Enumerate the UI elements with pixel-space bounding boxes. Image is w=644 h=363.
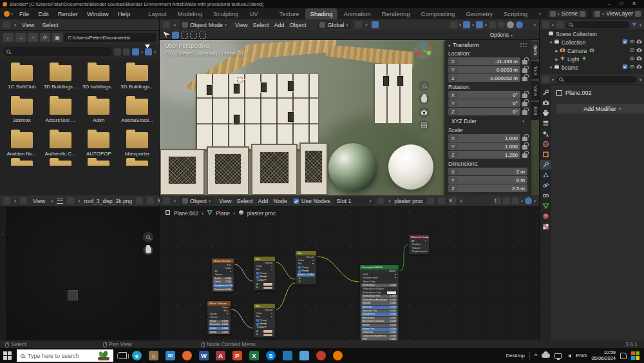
node-enum-color[interactable]: Color▾ bbox=[255, 312, 274, 315]
taskbar-icon-microsoft-edge[interactable]: e bbox=[132, 351, 142, 360]
overlay-icon[interactable] bbox=[512, 197, 519, 204]
node-header[interactable]: Wave Texture bbox=[207, 301, 231, 306]
number-field-y[interactable]: Y0° bbox=[448, 99, 520, 107]
camera-view-icon[interactable] bbox=[419, 107, 430, 118]
lock-icon[interactable] bbox=[522, 68, 527, 73]
expand-icon[interactable]: ▶ bbox=[554, 57, 560, 61]
input-socket[interactable] bbox=[253, 334, 254, 336]
lock-icon[interactable] bbox=[522, 137, 527, 141]
taskbar-icon-excel[interactable]: X bbox=[249, 351, 259, 360]
node-enum-mix[interactable]: Mix▾ bbox=[255, 268, 274, 271]
node-checkbox-clamp-result[interactable]: Clamp Result bbox=[255, 319, 274, 322]
node-header[interactable]: Principled BSDF bbox=[360, 265, 399, 270]
file-browser-select-menu[interactable]: Select bbox=[40, 21, 60, 29]
shading-solid-icon[interactable] bbox=[507, 21, 514, 28]
menu-help[interactable]: Help bbox=[114, 9, 135, 19]
outliner-search-input[interactable] bbox=[566, 21, 629, 28]
editor-type-icon[interactable] bbox=[542, 76, 549, 83]
use-nodes-checkbox[interactable]: Use Nodes bbox=[293, 198, 330, 204]
input-socket[interactable] bbox=[359, 295, 361, 297]
pan-hand-icon[interactable] bbox=[419, 93, 430, 104]
onedrive-icon[interactable] bbox=[542, 353, 550, 358]
shading-material-icon[interactable] bbox=[516, 21, 523, 28]
input-socket[interactable] bbox=[211, 274, 213, 276]
input-socket[interactable] bbox=[359, 288, 361, 290]
visibility-icon[interactable] bbox=[450, 21, 457, 28]
output-socket[interactable] bbox=[316, 256, 317, 258]
input-socket[interactable] bbox=[211, 289, 213, 291]
outliner-item-collection[interactable]: ▼Collection bbox=[540, 38, 644, 46]
input-socket[interactable] bbox=[211, 282, 213, 284]
minimize-button[interactable]: – bbox=[608, 1, 611, 6]
tray-expand-icon[interactable]: ^ bbox=[535, 353, 537, 359]
input-socket[interactable] bbox=[211, 278, 213, 280]
orientation-selector[interactable]: Global▾ bbox=[317, 21, 350, 29]
node-header[interactable]: Mix bbox=[254, 304, 275, 308]
output-socket[interactable] bbox=[398, 270, 399, 272]
node-enum-mix[interactable]: Mix▾ bbox=[297, 262, 315, 266]
node-slider-sheen[interactable]: Sheen0.000 bbox=[361, 324, 397, 327]
unlink-icon[interactable]: × bbox=[449, 197, 456, 204]
input-socket[interactable] bbox=[408, 244, 410, 246]
display-detail-button[interactable] bbox=[123, 48, 130, 55]
snap-magnet-icon[interactable] bbox=[355, 21, 362, 28]
viewport-menu-view[interactable]: View bbox=[233, 21, 249, 29]
object-breadcrumb[interactable]: Plane.002 bbox=[565, 90, 592, 96]
node-wave-texture[interactable]: Wave TextureColorFacBands▾VectorScale5.0… bbox=[207, 300, 231, 335]
input-socket[interactable] bbox=[253, 280, 254, 282]
material-icon[interactable] bbox=[377, 197, 384, 204]
number-field-y[interactable]: Y0 m bbox=[448, 176, 527, 184]
node-color-a[interactable]: A bbox=[255, 330, 274, 333]
node-slider-specular[interactable]: Specular0.500 bbox=[361, 306, 397, 309]
color-swatch[interactable] bbox=[387, 291, 396, 294]
shader-type-selector[interactable]: Object▾ bbox=[180, 197, 213, 205]
node-link[interactable] bbox=[317, 257, 359, 282]
folder-item[interactable]: AdobeStock... bbox=[118, 96, 156, 123]
desktop-label[interactable]: Desktop bbox=[506, 353, 525, 358]
node-slider-scale[interactable]: Scale5.000 bbox=[213, 277, 232, 280]
snap-icon[interactable] bbox=[503, 197, 510, 204]
image-canvas[interactable]: › bbox=[0, 206, 159, 340]
node-slider-sheen-tint[interactable]: Sheen Tint0.500 bbox=[361, 328, 397, 331]
number-field-y[interactable]: Y1.000 bbox=[448, 142, 520, 150]
workspace-tab-shading[interactable]: Shading bbox=[305, 8, 338, 19]
display-mode-icon[interactable] bbox=[556, 21, 564, 28]
breadcrumb-item[interactable]: Plane bbox=[216, 210, 230, 217]
node-enum-mix[interactable]: Mix▾ bbox=[255, 315, 274, 319]
node-mix[interactable]: MixResultColor▾Mix▾Clamp ResultClamp Fac… bbox=[295, 250, 317, 285]
menu-window[interactable]: Window bbox=[83, 9, 113, 19]
taskbar-icon-blender[interactable] bbox=[333, 351, 343, 360]
disable-render-camera-icon[interactable] bbox=[636, 55, 642, 63]
folder-item[interactable]: ActorsTool ... bbox=[41, 96, 80, 123]
folder-item[interactable] bbox=[118, 158, 156, 166]
node-menu-view[interactable]: View bbox=[217, 197, 233, 205]
taskbar-icon-word[interactable]: W bbox=[199, 351, 209, 360]
disable-render-camera-icon[interactable] bbox=[636, 47, 642, 54]
expand-icon[interactable]: ▼ bbox=[548, 41, 554, 44]
node-slider-subsurface-anisotropy[interactable]: Subsurface Anisotropy0.000 bbox=[361, 299, 397, 302]
number-field-z[interactable]: Z2.5 m bbox=[448, 184, 527, 192]
input-socket[interactable] bbox=[207, 324, 208, 326]
editor-type-icon[interactable] bbox=[163, 21, 170, 28]
select-lasso-icon[interactable] bbox=[190, 32, 197, 39]
taskbar-icon-laptop-app[interactable] bbox=[283, 351, 292, 360]
input-socket[interactable] bbox=[359, 321, 361, 323]
number-field-z[interactable]: Z1.250 bbox=[448, 151, 520, 159]
collapse-icon[interactable]: ▾ bbox=[448, 43, 450, 48]
properties-tab-output[interactable] bbox=[540, 108, 551, 118]
node-slider-specular-tint[interactable]: Specular Tint0.000 bbox=[361, 309, 397, 313]
node-slider-detail[interactable]: Detail2.000 bbox=[209, 327, 229, 330]
expand-icon[interactable]: ▼ bbox=[548, 66, 554, 70]
input-socket[interactable] bbox=[207, 328, 208, 329]
scene-selector[interactable]: ▾ Scene bbox=[547, 10, 589, 18]
folder-item[interactable]: 3D buildings... bbox=[80, 63, 118, 90]
copy-icon[interactable] bbox=[438, 197, 445, 204]
workspace-tab-scripting[interactable]: Scripting bbox=[498, 8, 533, 19]
node-slider-anisotropic-rotation[interactable]: Anisotropic Rotation0.000 bbox=[361, 320, 397, 323]
input-socket[interactable] bbox=[359, 285, 361, 287]
number-field-z[interactable]: Z-0.000002 m bbox=[448, 74, 520, 82]
language-indicator[interactable]: ENG bbox=[576, 353, 587, 358]
path-field[interactable]: C:\Users\Peter\Documents\ bbox=[64, 33, 156, 42]
folder-item[interactable]: Adlm bbox=[80, 96, 118, 123]
input-socket[interactable] bbox=[359, 313, 361, 315]
